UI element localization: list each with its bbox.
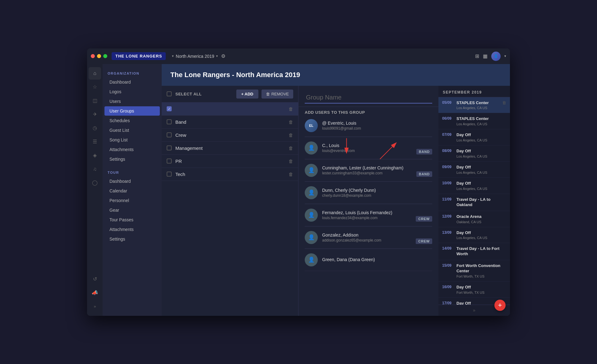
user-group-badge: BAND xyxy=(416,149,432,154)
delete-group-icon[interactable]: 🗑 xyxy=(289,159,293,164)
group-checkbox[interactable]: ✓ xyxy=(167,106,172,111)
nav-tag[interactable]: ◈ xyxy=(89,149,101,162)
schedule-item[interactable]: 15/09 Fort Worth Convention Center Fort … xyxy=(438,260,510,282)
sidebar-item-tour-passes[interactable]: Tour Passes xyxy=(104,215,160,224)
table-view-icon[interactable]: ⊞ xyxy=(475,53,479,59)
schedule-date: 06/09 xyxy=(442,116,453,121)
tour-name-label: North America 2019 xyxy=(176,54,214,59)
sidebar-item-logos[interactable]: Logos xyxy=(104,87,160,96)
sidebar-item-calendar[interactable]: Calendar xyxy=(104,186,160,196)
nav-clock[interactable]: ◷ xyxy=(89,122,101,134)
schedule-location: Los Angeles, CA US xyxy=(456,187,506,191)
sidebar-item-attachments-org[interactable]: Attachments xyxy=(104,145,160,154)
schedule-item[interactable]: 14/09 Travel Day - LA to Fort Worth xyxy=(438,243,510,260)
user-item[interactable]: 👤 Green, Dana (Dana Green) xyxy=(305,249,432,271)
group-item[interactable]: ✓ 🗑 xyxy=(162,103,298,116)
remove-button[interactable]: 🗑 REMOVE xyxy=(261,90,293,99)
user-item[interactable]: 👤 Gonzalez, Addison addison.gonzalez65@e… xyxy=(305,227,432,249)
user-email: louis@eventric.com xyxy=(322,149,432,153)
sidebar-item-attachments-tour[interactable]: Attachments xyxy=(104,225,160,234)
group-checkbox[interactable] xyxy=(167,145,172,150)
add-button[interactable]: + ADD xyxy=(236,90,258,99)
select-all-checkbox[interactable] xyxy=(167,91,172,96)
gear-icon[interactable]: ⚙ xyxy=(221,53,225,59)
sidebar-item-guest-list[interactable]: Guest List xyxy=(104,126,160,135)
tour-selector[interactable]: ▾ North America 2019 ▾ ⚙ xyxy=(172,53,225,59)
delete-group-icon[interactable]: 🗑 xyxy=(289,145,293,151)
delete-group-icon[interactable]: 🗑 xyxy=(289,172,293,177)
nav-home[interactable]: ⌂ xyxy=(89,67,101,80)
schedule-venue: Day Off xyxy=(456,230,506,236)
schedule-item[interactable]: 06/09 STAPLES Center Los Angeles, CA US xyxy=(438,113,510,129)
nav-star[interactable]: ☆ xyxy=(89,81,101,93)
schedule-item[interactable]: 08/09 Day Off Los Angeles, CA US xyxy=(438,145,510,162)
add-schedule-fab[interactable]: + xyxy=(494,300,506,311)
group-item[interactable]: Band 🗑 xyxy=(162,116,298,129)
nav-plane[interactable]: ✈ xyxy=(89,108,101,121)
group-name-input[interactable] xyxy=(305,92,432,104)
schedule-item[interactable]: 09/09 Day Off Los Angeles, CA US xyxy=(438,162,510,178)
user-item[interactable]: 👤 C., Louis louis@eventric.com BAND xyxy=(305,137,432,159)
nav-chat[interactable]: ◯ xyxy=(89,177,101,189)
group-checkbox[interactable] xyxy=(167,119,172,124)
user-chevron-icon[interactable]: ▾ xyxy=(504,54,506,58)
schedule-panel: SEPTEMBER 2019 05/09 STAPLES Center Los … xyxy=(438,86,510,316)
calendar-view-icon[interactable]: ▦ xyxy=(483,53,488,59)
schedule-date: 14/09 xyxy=(442,246,453,251)
schedule-item[interactable]: 12/09 Oracle Arena Oakland, CA US xyxy=(438,211,510,227)
schedule-date: 17/09 xyxy=(442,301,453,305)
minimize-button[interactable] xyxy=(97,54,101,58)
nav-briefcase[interactable]: ◫ xyxy=(89,94,101,107)
nav-list[interactable]: ☰ xyxy=(89,136,101,148)
sidebar-item-settings-org[interactable]: Settings xyxy=(104,154,160,164)
sidebar-item-song-list[interactable]: Song List xyxy=(104,135,160,145)
maximize-button[interactable] xyxy=(103,54,107,58)
user-info: C., Louis louis@eventric.com xyxy=(322,143,432,153)
group-checkbox[interactable] xyxy=(167,159,172,164)
user-item[interactable]: 👤 Cunningham, Lester (Lester Cunningham)… xyxy=(305,159,432,182)
nav-music[interactable]: ♫ xyxy=(89,163,101,175)
user-item[interactable]: 👤 Fernandez, Louis (Louis Fernandez) lou… xyxy=(305,204,432,226)
sidebar-item-gear[interactable]: Gear xyxy=(104,205,160,215)
schedule-item[interactable]: 13/09 Day Off Los Angeles, CA US xyxy=(438,227,510,243)
schedule-item[interactable]: 11/09 Travel Day - LA to Oakland xyxy=(438,194,510,211)
groups-panel: SELECT ALL + ADD 🗑 REMOVE ✓ xyxy=(162,86,298,316)
group-item[interactable]: Tech 🗑 xyxy=(162,168,298,181)
schedule-venue: Travel Day - LA to Oakland xyxy=(456,197,506,208)
nav-megaphone[interactable]: 📣 xyxy=(89,287,101,299)
delete-group-icon[interactable]: 🗑 xyxy=(289,106,293,112)
sidebar-item-user-groups[interactable]: User Groups xyxy=(104,106,160,116)
group-checkbox[interactable] xyxy=(167,132,172,137)
user-item[interactable]: 👤 Dunn, Cherly (Cherly Dunn) cherly.dunn… xyxy=(305,182,432,204)
user-avatar: EL xyxy=(305,119,318,132)
user-avatar[interactable]: 👤 xyxy=(491,52,501,61)
close-button[interactable] xyxy=(91,54,95,58)
group-name-label: Management xyxy=(175,145,285,151)
group-name-label: Tech xyxy=(175,172,285,177)
schedule-list: 05/09 STAPLES Center Los Angeles, CA US … xyxy=(438,97,510,305)
group-item[interactable]: Management 🗑 xyxy=(162,142,298,155)
sidebar-item-personnel[interactable]: Personnel xyxy=(104,196,160,205)
delete-group-icon[interactable]: 🗑 xyxy=(289,119,293,125)
sidebar-item-users[interactable]: Users xyxy=(104,97,160,106)
nav-collapse[interactable]: » xyxy=(89,300,101,313)
schedule-item[interactable]: 16/09 Day Off Fort Worth, TX US xyxy=(438,282,510,298)
schedule-location: Fort Worth, TX US xyxy=(456,274,506,278)
group-checkbox[interactable] xyxy=(167,172,172,177)
schedule-item[interactable]: 05/09 STAPLES Center Los Angeles, CA US … xyxy=(438,97,510,113)
nav-refresh[interactable]: ↺ xyxy=(89,273,101,285)
schedule-date: 05/09 xyxy=(442,100,453,105)
sidebar-item-schedules[interactable]: Schedules xyxy=(104,116,160,125)
schedule-item[interactable]: 10/09 Day Off Los Angeles, CA US xyxy=(438,178,510,194)
delete-group-icon[interactable]: 🗑 xyxy=(289,132,293,138)
user-item[interactable]: EL @ Eventric, Louis louis99091@gmail.co… xyxy=(305,115,432,137)
sidebar-item-dashboard-org[interactable]: Dashboard xyxy=(104,77,160,87)
schedule-info: Day Off Los Angeles, CA US xyxy=(456,165,506,174)
icon-bar: ⌂ ☆ ◫ ✈ ◷ ☰ ◈ ♫ ◯ ↺ 📣 » xyxy=(87,64,103,316)
schedule-item[interactable]: 07/09 Day Off Los Angeles, CA US xyxy=(438,129,510,145)
group-item[interactable]: Crew 🗑 xyxy=(162,129,298,142)
delete-schedule-icon[interactable]: 🗑 xyxy=(502,100,506,105)
sidebar-item-settings-tour[interactable]: Settings xyxy=(104,234,160,244)
sidebar-item-dashboard-tour[interactable]: Dashboard xyxy=(104,177,160,186)
group-item[interactable]: PR 🗑 xyxy=(162,155,298,168)
